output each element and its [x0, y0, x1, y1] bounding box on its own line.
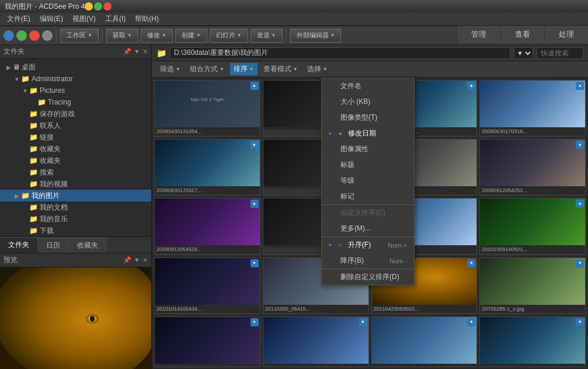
filter-button[interactable]: 筛选 ▼ — [156, 63, 184, 75]
thumb-17[interactable]: ✦ — [154, 316, 260, 367]
menu-file[interactable]: 文件(E) — [2, 13, 35, 25]
menu-edit[interactable]: 编辑(E) — [35, 13, 68, 25]
external-editor-button[interactable]: 外部编辑器 ▼ — [290, 29, 342, 43]
badge-1: ✦ — [250, 82, 259, 90]
thumb-5[interactable]: ✦ 20080630170317... — [154, 139, 260, 196]
thumb-img-19 — [372, 317, 477, 364]
thumb-8[interactable]: ✦ 20090912054252... — [479, 139, 586, 196]
thumb-img-20 — [480, 317, 585, 364]
thumb-16[interactable]: ✦ 20755285-1_o.jpg — [479, 257, 586, 314]
thumb-20[interactable]: ✦ — [479, 316, 586, 367]
create-button[interactable]: 创建 ▼ — [175, 29, 207, 43]
sort-more[interactable]: 更多(M)... — [322, 221, 414, 236]
acquire-button[interactable]: 获取 ▼ — [106, 29, 138, 43]
group-button[interactable]: 组合方式 ▼ — [186, 63, 228, 75]
sort-tags[interactable]: 标记 — [322, 189, 414, 204]
tab-process[interactable]: 处理 — [544, 26, 588, 43]
tree-item-desktop[interactable]: ▶ 🖥 桌面 — [0, 61, 151, 73]
thumb-1[interactable]: Mac OS X Tiger ✦ 20080430131054... — [154, 80, 260, 137]
panel-close-icon[interactable]: ✕ — [142, 48, 148, 55]
sort-ascending[interactable]: ✓ 升序(F) Num + — [322, 237, 414, 253]
send-button[interactable]: 发送 ▼ — [250, 29, 283, 43]
sort-button[interactable]: 排序 ▼ — [230, 63, 258, 75]
tree-item-fav1[interactable]: 📁 收藏夹 — [0, 143, 151, 155]
tree-item-saved-games[interactable]: 📁 保存的游戏 — [0, 108, 151, 120]
tab-favorites[interactable]: 收藏夹 — [69, 238, 107, 253]
filetree-header-label: 文件夹 — [4, 47, 123, 57]
tree-item-contacts[interactable]: 📁 联系人 — [0, 120, 151, 131]
toolbar-circle-green[interactable] — [16, 30, 27, 41]
search-input[interactable] — [537, 47, 583, 59]
menu-view[interactable]: 视图(V) — [68, 13, 100, 25]
select-button[interactable]: 选择 ▼ — [304, 63, 331, 75]
tree-label-contacts: 联系人 — [40, 121, 61, 131]
tree-item-my-docs[interactable]: 📁 我的文档 — [0, 201, 151, 213]
tree-item-my-music[interactable]: 📁 我的音乐 — [0, 213, 151, 225]
toolbar-circle-blue[interactable] — [4, 30, 14, 41]
tree-item-my-video[interactable]: 📁 我的视频 — [0, 178, 151, 190]
tree-label-my-music: 我的音乐 — [40, 214, 68, 224]
toolbar-circle-red[interactable] — [29, 30, 40, 41]
modify-button[interactable]: 修改 ▼ — [141, 29, 173, 43]
tree-label-admin: Administrator — [32, 75, 73, 83]
tab-view[interactable]: 查看 — [500, 26, 544, 43]
tree-label-links: 链接 — [40, 133, 54, 142]
sort-title[interactable]: 标题 — [322, 157, 414, 173]
tab-calendar[interactable]: 日历 — [38, 238, 69, 253]
tree-item-tracing[interactable]: 📁 Tracing — [0, 96, 151, 108]
sort-filesize[interactable]: 大小 (KB) — [322, 94, 414, 110]
tab-files[interactable]: 文件夹 — [0, 237, 38, 253]
tree-label-tracing: Tracing — [48, 98, 71, 106]
tab-manage[interactable]: 管理 — [457, 26, 500, 43]
tree-item-pictures[interactable]: ▼ 📁 Pictures — [0, 85, 151, 96]
mode-tabs: 管理 查看 处理 — [457, 26, 588, 43]
sort-filename-label: 文件名 — [340, 81, 361, 91]
downloads-icon: 📁 — [29, 227, 38, 235]
sort-imageprops[interactable]: 图像属性 — [322, 141, 414, 157]
expand-pictures[interactable]: ▼ — [21, 88, 29, 94]
thumb-19[interactable]: ✦ — [371, 316, 478, 367]
menu-tools[interactable]: 工具(I) — [100, 13, 130, 25]
thumb-4[interactable]: ✦ 20080630170316... — [479, 80, 586, 137]
panel-collapse-icon[interactable]: ▼ — [134, 48, 140, 55]
slideshow-button[interactable]: 幻灯片 ▼ — [210, 29, 248, 43]
tree-item-fav2[interactable]: 📁 收藏夹 — [0, 155, 151, 166]
minimize-button[interactable] — [85, 2, 93, 11]
sort-ascending-label: 升序(F) — [348, 240, 371, 250]
preview-close-icon[interactable]: ✕ — [142, 256, 148, 264]
my-music-icon: 📁 — [29, 215, 38, 223]
toolbar-circle-gray[interactable] — [42, 30, 53, 41]
thumb-12[interactable]: ✦ 20101009140501... — [479, 198, 586, 255]
expand-admin[interactable]: ▼ — [13, 76, 21, 82]
expand-desktop[interactable]: ▶ — [5, 64, 13, 71]
address-dropdown[interactable]: ▼ — [514, 47, 533, 59]
close-button[interactable] — [103, 2, 112, 11]
tracing-folder-icon: 📁 — [37, 98, 46, 106]
preview-pin-icon[interactable]: 📌 — [123, 256, 131, 264]
sort-remove-custom[interactable]: 删除自定义排序(D) — [322, 269, 414, 285]
maximize-button[interactable] — [94, 2, 102, 11]
menubar: 文件(E) 编辑(E) 视图(V) 工具(I) 帮助(H) — [0, 13, 588, 26]
sort-filename[interactable]: 文件名 — [322, 78, 414, 94]
pin-icon[interactable]: 📌 — [123, 48, 131, 55]
expand-my-pictures[interactable]: ▶ — [13, 193, 21, 199]
thumb-13[interactable]: ✦ 20101014100434... — [154, 257, 260, 314]
sort-moddate[interactable]: ● 修改日期 — [322, 126, 414, 141]
sort-rating[interactable]: 等级 — [322, 173, 414, 189]
thumb-img-4 — [480, 81, 585, 127]
thumb-18[interactable]: ✦ — [263, 316, 369, 367]
menu-help[interactable]: 帮助(H) — [130, 13, 163, 25]
tree-item-search[interactable]: 📁 搜索 — [0, 166, 151, 178]
workspace-button[interactable]: 工作区 ▼ — [60, 29, 99, 43]
tree-item-links[interactable]: 📁 链接 — [0, 131, 151, 143]
preview-collapse-icon[interactable]: ▼ — [134, 256, 140, 264]
sort-imagetype[interactable]: 图像类型(T) — [322, 110, 414, 126]
tree-item-my-pictures[interactable]: ▶ 📁 我的图片 — [0, 190, 151, 201]
sort-descending[interactable]: 降序(B) Num - — [322, 253, 414, 269]
tree-item-admin[interactable]: ▼ 📁 Administrator — [0, 73, 151, 85]
thumb-9[interactable]: ✦ 20090912054529... — [154, 198, 260, 255]
tree-item-downloads[interactable]: 📁 下载 — [0, 225, 151, 236]
tree-label-desktop: 桌面 — [22, 62, 36, 72]
address-input[interactable] — [170, 47, 510, 59]
view-mode-button[interactable]: 查看模式 ▼ — [260, 63, 301, 75]
